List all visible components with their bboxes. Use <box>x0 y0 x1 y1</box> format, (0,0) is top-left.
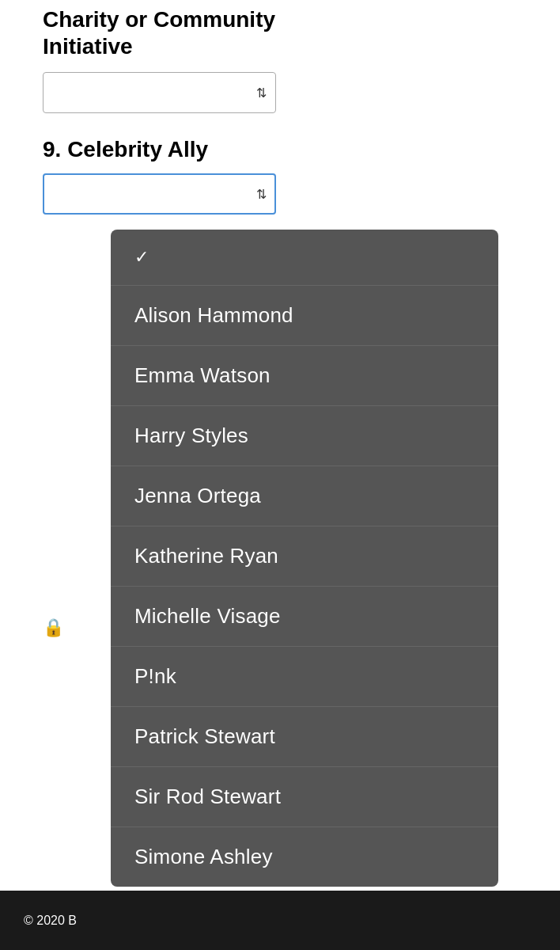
checkmark-icon: ✓ <box>134 247 149 268</box>
celebrity-ally-select-wrapper: ⇅ <box>43 173 276 215</box>
dropdown-item-michelle-visage[interactable]: Michelle Visage <box>111 587 498 647</box>
dropdown-item-label: Patrick Stewart <box>134 724 275 749</box>
dropdown-item-label: Emma Watson <box>134 363 271 388</box>
celebrity-ally-select[interactable] <box>43 173 276 215</box>
dropdown-item-simone-ashley[interactable]: Simone Ashley <box>111 827 498 887</box>
dropdown-item-sir-rod-stewart[interactable]: Sir Rod Stewart <box>111 767 498 827</box>
dropdown-item-patrick-stewart[interactable]: Patrick Stewart <box>111 707 498 767</box>
dropdown-item-katherine-ryan[interactable]: Katherine Ryan <box>111 526 498 587</box>
lock-icon: 🔒 <box>43 618 64 637</box>
dropdown-item-emma-watson[interactable]: Emma Watson <box>111 346 498 406</box>
dropdown-item-label: Simone Ashley <box>134 845 273 869</box>
celebrity-ally-section: 9. Celebrity Ally ⇅ <box>0 113 560 215</box>
dropdown-item-label: Sir Rod Stewart <box>134 785 281 809</box>
dropdown-item-harry-styles[interactable]: Harry Styles <box>111 406 498 466</box>
charity-select-wrapper: ⇅ <box>43 72 276 113</box>
dropdown-item-alison-hammond[interactable]: Alison Hammond <box>111 286 498 346</box>
dropdown-item-jenna-ortega[interactable]: Jenna Ortega <box>111 466 498 526</box>
dropdown-item-label: Katherine Ryan <box>134 544 278 568</box>
dropdown-item-label: Michelle Visage <box>134 604 281 629</box>
dropdown-checkmark-row[interactable]: ✓ <box>111 230 498 286</box>
charity-select[interactable] <box>43 72 276 113</box>
celebrity-dropdown: ✓ Alison Hammond Emma Watson Harry Style… <box>111 230 498 887</box>
charity-title-line1: Charity or Community <box>43 7 275 32</box>
footer-copyright: © 2020 B <box>24 914 77 928</box>
charity-section: Charity or Community Initiative ⇅ <box>0 0 560 113</box>
dropdown-item-pink[interactable]: P!nk <box>111 647 498 707</box>
dropdown-item-label: P!nk <box>134 664 176 689</box>
lock-section: 🔒 <box>43 618 64 638</box>
page-background: Charity or Community Initiative ⇅ 9. Cel… <box>0 0 560 950</box>
dropdown-item-label: Harry Styles <box>134 424 248 448</box>
charity-title-line2: Initiative <box>43 34 133 59</box>
charity-section-title: Charity or Community Initiative <box>43 0 517 59</box>
dropdown-item-label: Alison Hammond <box>134 303 293 328</box>
dropdown-item-label: Jenna Ortega <box>134 484 261 508</box>
footer: © 2020 B <box>0 891 560 950</box>
celebrity-ally-title: 9. Celebrity Ally <box>43 137 517 162</box>
